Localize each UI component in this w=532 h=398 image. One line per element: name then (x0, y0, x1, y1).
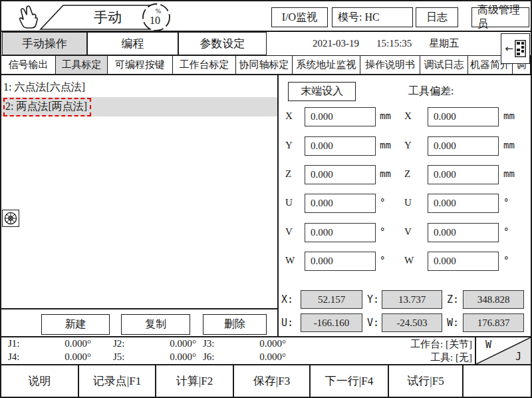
fn-trial-run-f5-button[interactable]: 试行|F5 (389, 365, 464, 397)
fn-empty-cell (464, 365, 531, 397)
joint-label: J2: (113, 338, 140, 349)
main-tab-row: 手动操作 编程 参数设定 2021-03-19 15:15:35 星期五 ← (1, 32, 531, 56)
unit-label: mm (503, 110, 515, 121)
joint-readout-j6: J6: 0.000° (203, 351, 286, 363)
offset-y-field[interactable]: 0.000 (428, 136, 499, 156)
joint-value: 0.000° (140, 338, 196, 349)
frame-wj-toggle[interactable]: W J (475, 337, 531, 364)
fn-calculate-f2-button[interactable]: 计算|F2 (156, 365, 234, 397)
admin-level-button[interactable]: 高级管理员 (471, 7, 529, 27)
axis-label: V (285, 226, 293, 238)
new-button[interactable]: 新建 (41, 314, 110, 335)
coord-v-value: -24.503 (382, 313, 442, 332)
subtab-workbench-calibration[interactable]: 工作台标定 (173, 56, 236, 74)
axis-row-y: Y 0.000 mm Y 0.000 mm (280, 136, 531, 156)
io-monitor-button[interactable]: I/O监视 (271, 7, 328, 27)
coord-y-label: Y: (367, 294, 379, 305)
keyboard-collapse-button[interactable]: ← (501, 33, 530, 64)
joint-value: 0.000° (229, 338, 286, 349)
subtab-signal-output[interactable]: 信号输出 (1, 56, 56, 74)
coord-x-label: X: (281, 294, 293, 305)
end-set-button[interactable]: 末端设入 (288, 82, 356, 101)
delete-button[interactable]: 删除 (203, 314, 267, 335)
end-z-field[interactable]: 0.000 (305, 165, 376, 184)
model-number-button[interactable]: 模号: HC (332, 7, 413, 27)
tool-calibration-panel: 末端设入 工具偏差: X 0.000 mm X 0.000 mm Y 0.000… (280, 75, 531, 336)
axis-label: W (285, 255, 295, 266)
coord-u-label: U: (281, 317, 293, 329)
tab-programming[interactable]: 编程 (87, 32, 178, 55)
subtab-tool-calibration[interactable]: 工具标定 (56, 56, 108, 74)
fn-help-button[interactable]: 说明 (1, 365, 79, 397)
tool-offset-label: 工具偏差: (408, 85, 454, 99)
subtab-programmable-keys[interactable]: 可编程按键 (108, 56, 173, 74)
tool-method-list-panel: 1: 六点法[六点法] 2: 两点法[两点法] 新建 复制 (1, 75, 279, 336)
tool-method-list: 1: 六点法[六点法] 2: 两点法[两点法] (1, 78, 277, 116)
joint-readout-j5: J5: 0.000° (113, 351, 196, 363)
axis-label: V (404, 226, 412, 238)
joint-readout-j3: J3: 0.000° (203, 338, 286, 349)
subtab-system-address-monitor[interactable]: 系统地址监视 (293, 56, 360, 74)
teach-pendant-screen: 手动 % 10 I/O监视 模号: HC 日志 高级管理员 手动操作 编程 参数… (0, 0, 532, 398)
joint-label: J3: (203, 338, 229, 349)
end-y-field[interactable]: 0.000 (305, 136, 376, 156)
end-u-field[interactable]: 0.000 (305, 194, 376, 213)
offset-v-field[interactable]: 0.000 (428, 223, 499, 242)
workbench-mode-label: 工作台: [关节] (410, 338, 472, 351)
coord-u-value: -166.160 (301, 313, 362, 332)
jog-wheel-button[interactable] (2, 210, 19, 227)
main-area: 1: 六点法[六点法] 2: 两点法[两点法] 新建 复制 (1, 75, 531, 336)
joint-readout-j1: J1: 0.000° (8, 338, 91, 349)
joint-value: 0.000° (229, 351, 286, 363)
subtab-debug-log[interactable]: 调试日志 (420, 56, 468, 74)
joint-value: 0.000° (35, 351, 91, 363)
joint-line-2: J4: 0.000° J5: 0.000° J6: 0.000° (1, 351, 314, 365)
list-item[interactable]: 2: 两点法[两点法] (1, 97, 277, 116)
unit-label: mm (503, 168, 515, 179)
joint-line-1: J1: 0.000° J2: 0.000° J3: 0.000° (1, 338, 314, 351)
end-w-field[interactable]: 0.000 (305, 252, 376, 271)
joint-value: 0.000° (35, 338, 91, 349)
end-x-field[interactable]: 0.000 (305, 107, 376, 126)
offset-u-field[interactable]: 0.000 (428, 194, 499, 213)
fn-save-f3-button[interactable]: 保存|F3 (234, 365, 311, 397)
function-key-bar: 说明 记录点|F1 计算|F2 保存|F3 下一行|F4 试行|F5 (1, 364, 531, 397)
frame-j-label: J (515, 351, 521, 363)
coord-w-value: 176.837 (463, 313, 524, 332)
keypad-icon (515, 40, 526, 57)
wheel-icon (4, 212, 17, 225)
joint-value: 0.000° (140, 351, 196, 363)
offset-z-field[interactable]: 0.000 (428, 165, 499, 184)
mode-label-svg: 手动 (94, 9, 122, 25)
axis-label: U (404, 197, 412, 208)
joint-readout-j2: J2: 0.000° (113, 338, 196, 349)
unit-label: ° (380, 255, 385, 266)
unit-label: ° (503, 197, 509, 208)
axis-row-w: W 0.000 ° W 0.000 ° (280, 252, 531, 272)
log-button[interactable]: 日志 (416, 7, 458, 27)
axis-label: X (404, 110, 412, 122)
offset-w-field[interactable]: 0.000 (428, 252, 499, 271)
copy-button[interactable]: 复制 (121, 314, 190, 335)
subtab-operation-manual[interactable]: 操作说明书 (360, 56, 420, 74)
end-v-field[interactable]: 0.000 (305, 223, 376, 242)
subtab-coordinated-axis-calibration[interactable]: 协同轴标定 (236, 56, 293, 74)
coord-x-value: 52.157 (301, 290, 362, 309)
axis-label: Y (404, 140, 412, 151)
fn-record-point-f1-button[interactable]: 记录点|F1 (79, 365, 156, 397)
tab-parameter-setting[interactable]: 参数设定 (178, 32, 267, 55)
speed-value-svg: 10 (150, 15, 160, 26)
unit-label: ° (503, 226, 509, 237)
frame-w-label: W (485, 339, 491, 351)
fn-next-line-f4-button[interactable]: 下一行|F4 (311, 365, 389, 397)
weekday-label: 星期五 (429, 37, 459, 50)
axis-label: X (285, 110, 293, 122)
axis-row-z: Z 0.000 mm Z 0.000 mm (280, 165, 531, 185)
offset-x-field[interactable]: 0.000 (428, 107, 499, 126)
tab-manual-operation[interactable]: 手动操作 (2, 32, 87, 55)
coord-y-value: 13.737 (382, 290, 442, 309)
left-arrow-icon: ← (505, 43, 513, 55)
top-bar: 手动 % 10 I/O监视 模号: HC 日志 高级管理员 (1, 1, 531, 32)
list-item[interactable]: 1: 六点法[六点法] (1, 78, 277, 97)
coord-z-label: Z: (447, 294, 459, 305)
